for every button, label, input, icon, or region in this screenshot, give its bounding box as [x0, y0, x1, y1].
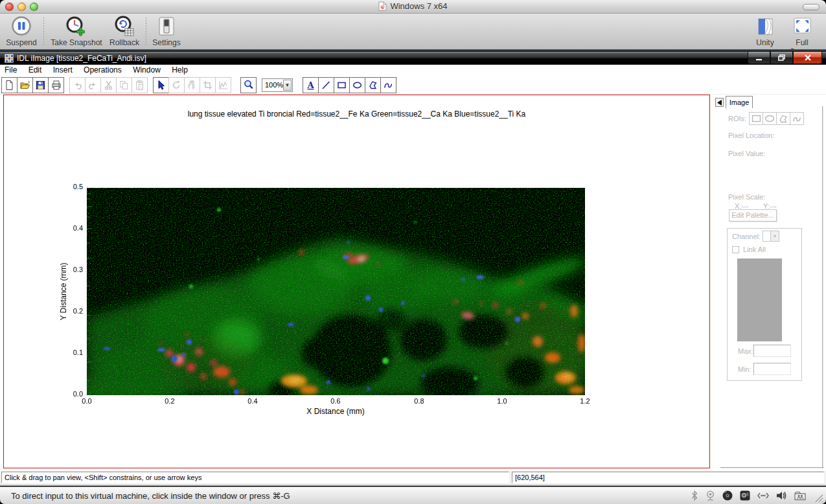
pixel-value-label: Pixel Value:: [728, 150, 765, 157]
line-profile-button[interactable]: [215, 77, 231, 93]
roi-freehand-button[interactable]: [790, 112, 804, 125]
text-annotation-button[interactable]: A: [303, 77, 319, 93]
edit-palette-button[interactable]: Edit Palette...: [729, 209, 777, 222]
menu-operations[interactable]: Operations: [84, 65, 122, 74]
link-all-checkbox[interactable]: [732, 246, 739, 253]
histogram-placeholder: [737, 258, 782, 341]
chevron-left-icon: [717, 100, 722, 106]
print-button[interactable]: [48, 77, 64, 93]
tissue-image[interactable]: [87, 188, 585, 395]
resize-grip[interactable]: [812, 492, 824, 503]
undo-button[interactable]: [69, 77, 86, 93]
svg-text:A: A: [306, 80, 314, 89]
mac-toolbar-toggle[interactable]: [803, 4, 820, 10]
max-label: Max:: [738, 347, 753, 355]
webcam-icon[interactable]: [705, 490, 716, 501]
min-input[interactable]: [753, 363, 791, 375]
sound-icon[interactable]: [775, 490, 788, 501]
y-axis-tick: 0.1: [61, 349, 83, 356]
full-screen-button[interactable]: Full Screen: [783, 16, 821, 48]
mac-toolbar: Suspend Take Snapshot Rollback Settings …: [0, 14, 826, 49]
x-axis-tick: 0.6: [323, 397, 349, 405]
plot-title: lung tissue elevated Ti broncial Red=tis…: [4, 109, 709, 119]
image-canvas[interactable]: lung tissue elevated Ti broncial Red=tis…: [3, 95, 710, 468]
unity-icon: [749, 16, 781, 38]
hard-disk-icon[interactable]: [739, 490, 751, 501]
y-axis-label: Y Distance (mm): [59, 262, 68, 320]
roi-oval-button[interactable]: [763, 112, 777, 125]
y-axis-tick: 0.5: [61, 183, 83, 190]
toolbar-separator: [146, 17, 146, 45]
max-input[interactable]: [753, 345, 791, 357]
pixel-location-label: Pixel Location:: [728, 132, 775, 139]
rotate-button[interactable]: [168, 77, 185, 93]
zoom-level-dropdown[interactable]: 100% ▼: [262, 78, 293, 92]
suspend-icon: [3, 16, 40, 38]
app-title: IDL iImage [tissue2_FeCaTi_Andi.isv]: [17, 54, 146, 63]
rectangle-annotation-button[interactable]: [334, 77, 350, 93]
rollback-button[interactable]: Rollback: [104, 16, 145, 48]
paste-button[interactable]: [132, 77, 148, 93]
new-document-button[interactable]: [1, 77, 17, 93]
toolbar-separator: [43, 17, 44, 45]
save-button[interactable]: [32, 77, 49, 93]
freehand-annotation-button[interactable]: [380, 77, 396, 93]
panel-frame-bottom: [720, 467, 824, 468]
text-annotation-icon: A: [305, 80, 316, 91]
shared-folders-icon[interactable]: [794, 490, 807, 501]
window-restore-button[interactable]: [770, 52, 793, 64]
link-all-label: Link All: [743, 246, 766, 253]
unity-button[interactable]: Unity: [749, 16, 781, 48]
new-document-icon: [4, 80, 15, 91]
line-icon: [321, 80, 332, 91]
channel-dropdown[interactable]: ▼: [763, 231, 779, 242]
polygon-annotation-button[interactable]: [365, 77, 381, 93]
select-arrow-button[interactable]: [153, 77, 169, 93]
roi-oval-icon: [764, 115, 775, 122]
menu-insert[interactable]: Insert: [53, 65, 73, 74]
menu-file[interactable]: File: [5, 65, 17, 74]
network-icon[interactable]: [757, 490, 770, 501]
chevron-down-icon[interactable]: ▼: [770, 231, 779, 241]
print-icon: [51, 80, 62, 91]
menu-help[interactable]: Help: [172, 65, 188, 74]
bluetooth-icon[interactable]: [690, 490, 699, 501]
x-axis-tick: 0.4: [240, 397, 266, 405]
window-bottom-edge: [0, 485, 826, 486]
line-annotation-button[interactable]: [318, 77, 334, 93]
idl-iimage-window: IDL iImage [tissue2_FeCaTi_Andi.isv] Fil…: [0, 52, 826, 486]
open-button[interactable]: [17, 77, 33, 93]
menu-edit[interactable]: Edit: [29, 65, 42, 74]
settings-button[interactable]: Settings: [147, 16, 186, 48]
menu-window[interactable]: Window: [133, 65, 161, 74]
line-profile-icon: [218, 80, 229, 91]
settings-icon: [147, 16, 186, 38]
rotate-icon: [171, 80, 182, 91]
roi-polygon-button[interactable]: [776, 112, 790, 125]
crop-button[interactable]: [200, 77, 216, 93]
tab-image[interactable]: Image: [726, 96, 753, 108]
window-minimize-button[interactable]: [748, 52, 770, 64]
panel-collapse-button[interactable]: [715, 98, 724, 107]
open-folder-icon: [19, 80, 31, 91]
zoom-tool-button[interactable]: [240, 77, 257, 93]
oval-annotation-button[interactable]: [349, 77, 365, 93]
take-snapshot-button[interactable]: Take Snapshot: [45, 16, 108, 48]
zoom-magnifier-icon: [243, 79, 255, 91]
cd-drive-icon[interactable]: [722, 490, 733, 501]
vm-document-icon: [378, 1, 387, 13]
cut-button[interactable]: [100, 77, 117, 93]
redo-button[interactable]: [85, 77, 101, 93]
image-panel: Image ROIs: Pixel Location: Pixel Value:…: [713, 95, 826, 468]
pan-hand-button[interactable]: [184, 77, 200, 93]
vmware-hint-message: To direct input to this virtual machine,…: [11, 491, 290, 501]
roi-rectangle-button[interactable]: [749, 112, 763, 125]
chevron-down-icon[interactable]: ▼: [283, 80, 292, 91]
app-titlebar[interactable]: IDL iImage [tissue2_FeCaTi_Andi.isv]: [0, 52, 826, 65]
x-axis-tick: 0.0: [74, 397, 100, 405]
redo-icon: [87, 80, 98, 91]
suspend-button[interactable]: Suspend: [3, 16, 40, 48]
vmware-status-bar: To direct input to this virtual machine,…: [0, 487, 826, 504]
window-close-button[interactable]: [793, 52, 822, 64]
copy-button[interactable]: [116, 77, 132, 93]
